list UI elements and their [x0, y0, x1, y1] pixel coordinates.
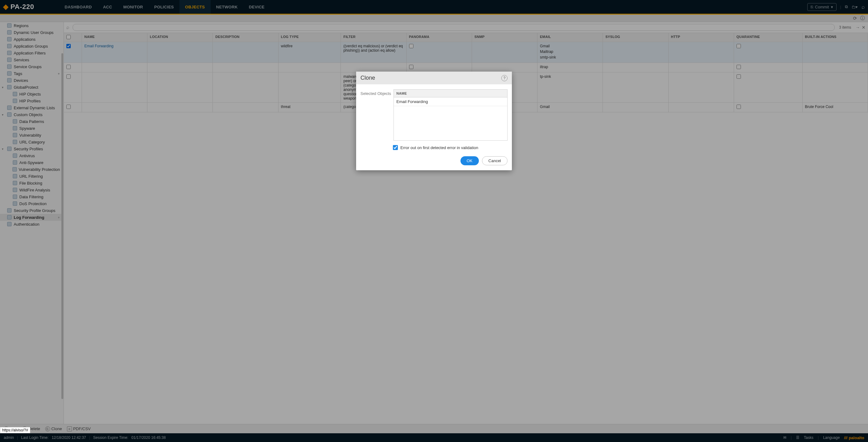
error-out-row: Error out on first detected error in val…	[356, 143, 512, 153]
modal-header: Clone ?	[356, 72, 512, 84]
cancel-button[interactable]: Cancel	[482, 156, 507, 165]
ok-button[interactable]: OK	[461, 156, 479, 165]
selected-object-row[interactable]: Email Forwarding	[394, 97, 507, 106]
selected-objects-col-name: NAME	[394, 90, 507, 97]
modal-overlay[interactable]	[0, 0, 868, 442]
error-out-checkbox[interactable]	[393, 145, 398, 150]
modal-body: Selected Objects NAME Email Forwarding	[356, 84, 512, 143]
selected-objects-label: Selected Objects	[361, 89, 391, 141]
hover-url-chip: https://alviso/?#	[0, 427, 30, 433]
error-out-label: Error out on first detected error in val…	[400, 145, 478, 150]
selected-objects-empty-space	[394, 106, 507, 140]
clone-modal: Clone ? Selected Objects NAME Email Forw…	[356, 72, 512, 170]
modal-help-icon[interactable]: ?	[501, 75, 507, 81]
modal-footer: OK Cancel	[356, 153, 512, 170]
selected-objects-grid: NAME Email Forwarding	[394, 89, 507, 141]
modal-title: Clone	[361, 75, 375, 81]
